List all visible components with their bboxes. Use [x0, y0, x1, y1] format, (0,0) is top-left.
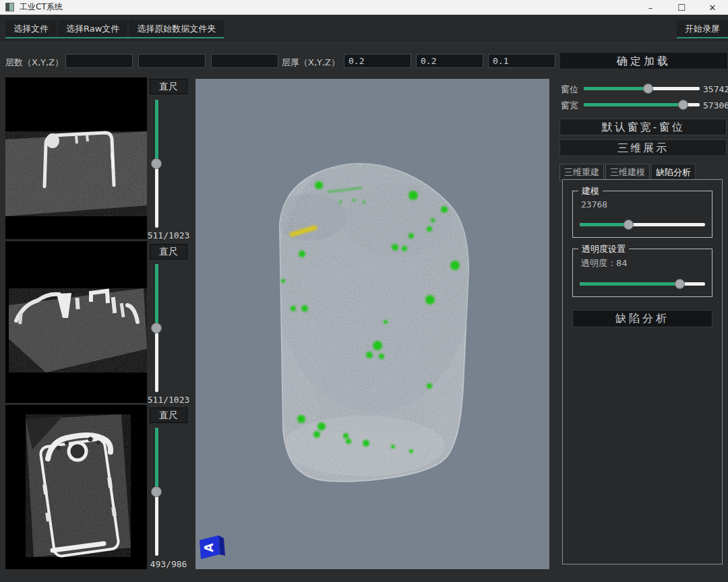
orientation-cube[interactable]: A — [198, 532, 229, 560]
slice-slider-1[interactable] — [151, 100, 162, 228]
slider-fill — [580, 223, 629, 226]
app-icon — [5, 3, 14, 11]
window-level-label: 窗位 — [561, 84, 578, 96]
modeling-value: 23768 — [581, 199, 607, 209]
defect-marker — [281, 279, 285, 283]
defect-analysis-button[interactable]: 缺陷分析 — [572, 310, 712, 327]
cube-axis-letter: A — [202, 543, 216, 552]
slider-handle[interactable] — [151, 323, 162, 333]
opacity-value-label: 透明度：84 — [581, 257, 628, 269]
file-button-group: 选择文件 选择Raw文件 选择原始数据文件夹 — [5, 20, 224, 38]
slider-handle[interactable] — [678, 100, 688, 110]
defect-marker — [391, 445, 395, 449]
maximize-button[interactable]: ☐ — [666, 0, 697, 15]
defect-marker — [409, 449, 413, 453]
defect-marker — [384, 320, 388, 324]
slider-handle[interactable] — [151, 486, 162, 497]
title-bar: 工业CT系统 – ☐ ✕ — [0, 0, 728, 15]
slice-position-3: 493/986 — [147, 559, 190, 569]
confirm-load-button[interactable]: 确定加载 — [559, 52, 728, 69]
layer-thickness-x-input[interactable] — [344, 54, 411, 68]
modeling-group: 建模 23768 — [572, 191, 712, 238]
slice-slider-3[interactable] — [151, 428, 162, 556]
slider-handle[interactable] — [151, 158, 162, 169]
modeling-group-title: 建模 — [578, 185, 603, 197]
modeling-slider[interactable] — [580, 220, 705, 230]
layer-count-y-input[interactable] — [138, 54, 206, 68]
defect-marker — [431, 218, 435, 222]
defect-marker — [427, 226, 432, 232]
app-window: 工业CT系统 – ☐ ✕ 选择文件 选择Raw文件 选择原始数据文件夹 开始录屏… — [0, 0, 728, 582]
defect-marker — [297, 415, 305, 423]
slider-fill — [580, 282, 680, 286]
layer-count-x-input[interactable] — [65, 54, 133, 68]
defect-marker — [425, 295, 435, 304]
toolbar: 选择文件 选择Raw文件 选择原始数据文件夹 开始录屏 — [0, 15, 728, 40]
slice-position-1: 511/1023 — [147, 230, 190, 240]
slider-fill — [155, 428, 158, 492]
window-title: 工业CT系统 — [20, 1, 63, 13]
slice-view-1[interactable] — [5, 77, 147, 239]
slider-handle[interactable] — [624, 220, 634, 230]
defect-marker — [301, 305, 308, 312]
slider-fill — [155, 100, 158, 164]
defect-marker — [392, 244, 398, 251]
layer-thickness-label: 层厚（X,Y,Z） — [282, 57, 340, 69]
opacity-slider[interactable] — [580, 279, 705, 289]
window-width-slider[interactable] — [584, 100, 700, 110]
slider-fill — [584, 87, 648, 90]
close-button[interactable]: ✕ — [697, 0, 728, 15]
defect-marker — [408, 233, 414, 238]
3d-viewport[interactable]: A — [195, 79, 549, 569]
defect-marker — [373, 341, 382, 350]
layer-count-z-input[interactable] — [211, 54, 278, 68]
defect-marker — [299, 251, 305, 257]
defect-marker — [343, 433, 348, 439]
window-width-label: 窗宽 — [561, 100, 578, 112]
defect-analysis-panel: 建模 23768 透明度设置 透明度：84 缺陷分析 — [562, 179, 723, 564]
start-recording-button[interactable]: 开始录屏 — [677, 20, 728, 37]
defect-marker — [408, 191, 418, 200]
defect-marker — [315, 181, 323, 189]
ruler-button-1[interactable]: 直尺 — [150, 79, 187, 94]
defect-marker — [402, 246, 407, 251]
ruler-button-3[interactable]: 直尺 — [150, 408, 187, 423]
slider-fill — [584, 103, 684, 106]
slice-image-2 — [5, 241, 147, 403]
window-level-value: 35742 — [703, 84, 728, 94]
defect-marker — [363, 201, 365, 203]
display-3d-button[interactable]: 三维展示 — [559, 139, 727, 156]
slider-fill — [155, 264, 158, 328]
defect-marker — [291, 306, 296, 311]
layer-count-label: 层数（X,Y,Z） — [5, 57, 63, 69]
select-file-button[interactable]: 选择文件 — [5, 20, 57, 37]
default-window-button[interactable]: 默认窗宽-窗位 — [559, 119, 727, 135]
defect-marker — [313, 431, 320, 438]
record-button-group: 开始录屏 — [677, 20, 728, 38]
defect-marker — [366, 352, 373, 358]
select-raw-folder-button[interactable]: 选择原始数据文件夹 — [129, 20, 224, 37]
slice-position-2: 511/1023 — [147, 395, 190, 405]
minimize-button[interactable]: – — [635, 0, 666, 15]
window-width-value: 57306 — [703, 100, 728, 110]
defect-marker — [427, 383, 432, 389]
ruler-button-2[interactable]: 直尺 — [150, 244, 187, 259]
slice-view-2[interactable] — [5, 241, 147, 403]
window-controls: – ☐ ✕ — [635, 0, 728, 15]
slice-slider-2[interactable] — [151, 264, 162, 392]
slider-handle[interactable] — [643, 84, 653, 94]
defect-marker — [379, 354, 384, 359]
defect-marker — [317, 422, 326, 430]
select-raw-file-button[interactable]: 选择Raw文件 — [58, 20, 127, 37]
layer-thickness-z-input[interactable] — [488, 54, 555, 68]
defect-marker — [353, 199, 355, 201]
slice-view-3[interactable] — [5, 405, 147, 569]
defect-marker — [441, 206, 448, 213]
opacity-group: 透明度设置 透明度：84 — [572, 249, 712, 297]
defect-marker — [363, 440, 369, 447]
opacity-group-title: 透明度设置 — [578, 243, 629, 255]
slider-handle[interactable] — [675, 279, 685, 289]
layer-thickness-y-input[interactable] — [416, 54, 483, 68]
window-level-slider[interactable] — [584, 84, 700, 94]
defect-marker — [346, 439, 351, 444]
